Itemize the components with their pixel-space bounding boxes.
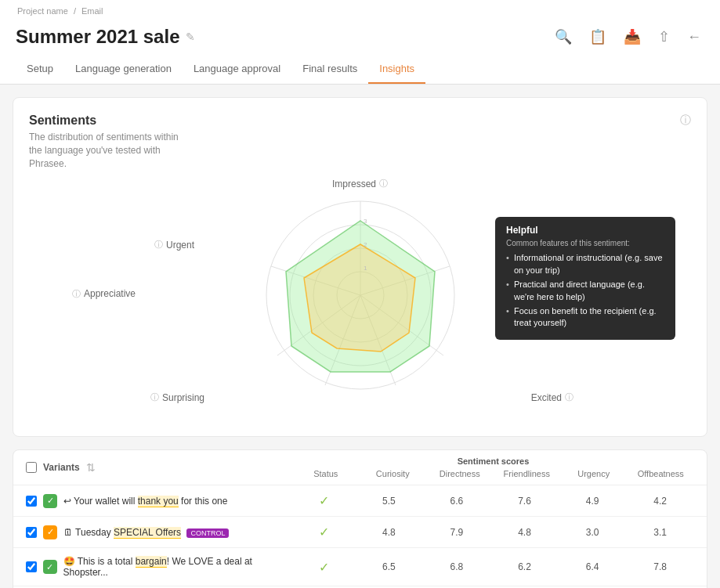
sentiments-title: Sentiments [29,114,186,128]
svg-text:1: 1 [364,265,367,272]
row-2-urgency: 3.0 [559,527,627,538]
row-1-text: ↩ Your wallet will thank you for this on… [63,496,227,507]
row-2-curiosity: 4.8 [355,527,423,538]
excited-info-icon[interactable]: ⓘ [565,391,573,403]
search-action-btn[interactable]: 🔍 [552,25,575,49]
radar-svg: 1 2 3 [212,178,509,413]
row-1-friendliness: 7.6 [490,496,559,507]
label-impressed: Impressed ⓘ [332,178,388,189]
tab-final-results[interactable]: Final results [291,55,368,84]
select-all-checkbox[interactable] [26,462,37,473]
row-2-directness: 7.9 [423,527,491,538]
label-excited: Excited ⓘ [531,391,573,403]
row-1-curiosity: 5.5 [355,496,423,507]
label-surprising: ⓘ Surprising [150,391,204,403]
col-status: Status [292,469,360,478]
tooltip-item-1: Informational or instructional (e.g. sav… [506,252,664,276]
tab-insights[interactable]: Insights [368,55,425,84]
col-curiosity: Curiosity [360,469,427,478]
helpful-tooltip: Helpful Common features of this sentimen… [495,217,675,339]
row-1-offbeatness: 4.2 [626,496,694,507]
row-2-offbeatness: 3.1 [626,527,694,538]
share-action-btn[interactable]: 📥 [621,25,644,49]
sentiments-card: Sentiments The distribution of sentiment… [13,97,707,437]
surprising-info-icon[interactable]: ⓘ [150,391,159,403]
tooltip-item-3: Focus on benefit to the recipient (e.g. … [506,305,664,330]
sort-icon[interactable]: ⇅ [86,461,96,474]
row-2-status-check: ✓ [319,525,329,539]
table-row: ✓ 🤩 This is a total bargain! We LOVE a d… [13,548,707,586]
row-2-checkbox[interactable] [26,527,37,538]
row-1-status-check: ✓ [319,493,329,508]
col-urgency: Urgency [560,469,628,478]
appreciative-info-icon[interactable]: ⓘ [72,288,81,300]
label-appreciative: ⓘ Appreciative [72,288,136,300]
svg-text:3: 3 [364,218,367,225]
row-3-text: 🤩 This is a total bargain! We LOVE a dea… [63,556,292,578]
table-row: ✓ ↩ Your wallet will thank you for this … [13,485,707,517]
row-2-status-indicator: ✓ [43,525,57,539]
col-directness: Directness [426,469,494,478]
download-action-btn[interactable]: ⇧ [655,25,673,49]
tooltip-subtitle: Common features of this sentiment: [506,239,664,247]
tooltip-title: Helpful [506,225,664,236]
back-action-btn[interactable]: ← [684,26,704,49]
copy-action-btn[interactable]: 📋 [586,25,610,49]
row-1-status-indicator: ✓ [43,494,57,508]
row-2-friendliness: 4.8 [490,527,559,538]
top-actions: 🔍 📋 📥 ⇧ ← [552,25,704,49]
row-1-checkbox[interactable] [26,496,37,507]
row-3-friendliness: 6.2 [490,561,559,572]
row-1-directness: 6.6 [423,496,491,507]
label-urgent: ⓘ Urgent [154,239,194,251]
row-3-offbeatness: 7.8 [626,561,694,572]
row-3-curiosity: 6.5 [355,561,423,572]
variants-column-header: Variants [43,462,80,473]
row-2-text: 🗓 Tuesday SPECIAL Offers Control [63,527,229,538]
breadcrumb: Project name / Email [16,0,704,19]
page-title: Summer 2021 sale [16,26,179,48]
sentiment-scores-header: Sentiment scores [292,456,694,466]
tooltip-item-2: Practical and direct language (e.g. we'r… [506,279,664,303]
col-offbeatness: Offbeatness [628,469,695,478]
impressed-info-icon[interactable]: ⓘ [379,178,388,189]
row-1-urgency: 4.9 [559,496,627,507]
svg-text:2: 2 [364,241,367,248]
sentiments-description: The distribution of sentiments within th… [29,131,186,170]
urgent-info-icon[interactable]: ⓘ [154,239,163,251]
tab-language-generation[interactable]: Language generation [64,55,183,84]
row-3-status-indicator: ✓ [43,560,57,574]
tab-setup[interactable]: Setup [16,55,64,84]
variants-table: Variants ⇅ Sentiment scores Status Curio… [13,449,707,588]
tab-language-approval[interactable]: Language approval [183,55,291,84]
nav-tabs: Setup Language generation Language appro… [16,55,704,84]
col-friendliness: Friendliness [494,469,561,478]
row-3-status-check: ✓ [319,560,329,575]
row-3-checkbox[interactable] [26,561,37,572]
radar-chart: 1 2 3 Impressed ⓘ Helpful ☞ Curious ⓘ Ex… [29,170,691,420]
sentiments-info-icon[interactable]: ⓘ [680,114,691,128]
table-row: ✓ 🗓 Tuesday SPECIAL Offers Control ✓ 4.8… [13,517,707,548]
row-3-urgency: 6.4 [559,561,627,572]
row-3-directness: 6.8 [423,561,491,572]
edit-icon[interactable]: ✎ [186,31,195,43]
